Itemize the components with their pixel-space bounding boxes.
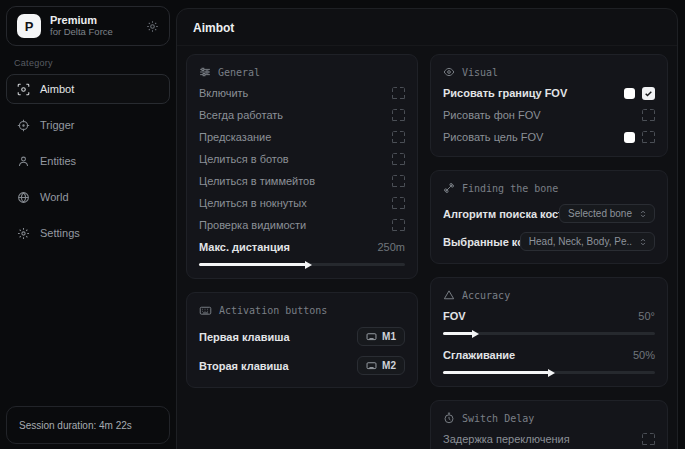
smoothing-slider-label-row: Сглаживание 50%: [443, 348, 655, 362]
selected-bones-row: Выбранные кости Head, Neck, Body, Pe..: [443, 232, 655, 251]
general-card-title: General: [199, 66, 405, 78]
switch-delay-card: Switch Delay Задержка переключения Задер…: [430, 400, 668, 449]
gear-icon[interactable]: [146, 20, 159, 33]
crosshair-scan-icon: [17, 83, 30, 96]
smoothing-label: Сглаживание: [443, 349, 625, 361]
app-window: P Premium for Delta Force Category: [0, 0, 685, 449]
bone-icon: [443, 182, 455, 194]
slider-thumb[interactable]: [548, 369, 555, 377]
switch-delay-toggle-label: Задержка переключения: [443, 433, 642, 445]
bone-algorithm-select[interactable]: Selected bone: [559, 204, 655, 223]
bone-algorithm-value: Selected bone: [568, 208, 632, 219]
brand-card: P Premium for Delta Force: [6, 6, 170, 46]
smoothing-slider[interactable]: [443, 371, 655, 374]
accuracy-card: Accuracy FOV 50° Сглаживание 50%: [430, 277, 668, 387]
second-key-label: Вторая клавиша: [199, 360, 357, 372]
fov-border-checkbox[interactable]: [642, 87, 655, 100]
brand-text: Premium for Delta Force: [50, 14, 137, 38]
fov-border-color-swatch[interactable]: [624, 88, 635, 99]
visual-card: Visual Рисовать границу FOV Рисовать фон…: [430, 54, 668, 157]
entities-icon: [17, 155, 30, 168]
activation-buttons-card: Activation buttons Первая клавиша M1: [186, 292, 418, 388]
activation-card-title: Activation buttons: [199, 304, 405, 317]
check-label: Предсказание: [199, 131, 392, 143]
session-duration-card: Session duration: 4m 22s: [6, 406, 170, 444]
right-column: Visual Рисовать границу FOV Рисовать фон…: [430, 54, 668, 449]
check-label: Целиться в нокнутых: [199, 197, 392, 209]
max-distance-value: 250m: [377, 241, 405, 253]
prediction-checkbox[interactable]: [392, 131, 405, 144]
check-label: Целиться в тиммейтов: [199, 175, 392, 187]
visual-row: Рисовать цель FOV: [443, 130, 655, 144]
fov-background-label: Рисовать фон FOV: [443, 109, 642, 121]
general-card: General Включить Всегда работать Предска…: [186, 54, 418, 279]
left-column: General Включить Всегда работать Предска…: [186, 54, 418, 449]
keyboard-icon: [366, 331, 377, 342]
enable-checkbox[interactable]: [392, 87, 405, 100]
fov-background-checkbox[interactable]: [642, 109, 655, 122]
fov-border-label: Рисовать границу FOV: [443, 87, 624, 99]
page-title: Aimbot: [193, 21, 661, 35]
bone-algorithm-label: Алгоритм поиска костей: [443, 208, 559, 220]
first-key-button[interactable]: M1: [357, 327, 405, 346]
slider-thumb[interactable]: [472, 330, 479, 338]
check-row: Целиться в нокнутых: [199, 196, 405, 210]
bone-algorithm-row: Алгоритм поиска костей Selected bone: [443, 204, 655, 223]
max-distance-label: Макс. дистанция: [199, 241, 369, 253]
eye-icon: [443, 66, 455, 78]
check-row: Целиться в тиммейтов: [199, 174, 405, 188]
always-work-checkbox[interactable]: [392, 109, 405, 122]
content-columns: General Включить Всегда работать Предска…: [177, 46, 677, 449]
max-distance-slider[interactable]: [199, 263, 405, 266]
slider-label-row: Макс. дистанция 250m: [199, 240, 405, 254]
trigger-crosshair-icon: [17, 119, 30, 132]
accuracy-card-title: Accuracy: [443, 289, 655, 301]
smoothing-value: 50%: [633, 349, 655, 361]
check-row: Всегда работать: [199, 108, 405, 122]
sidebar-nav: Aimbot Trigger: [0, 74, 176, 248]
fov-target-label: Рисовать цель FOV: [443, 131, 624, 143]
bone-card-title: Finding the bone: [443, 182, 655, 194]
sliders-icon: [199, 66, 211, 78]
main-panel: Aimbot G: [176, 8, 678, 449]
first-key-value: M1: [382, 331, 396, 342]
unfold-icon: [638, 209, 648, 219]
check-row: Предсказание: [199, 130, 405, 144]
first-key-label: Первая клавиша: [199, 331, 357, 343]
keybind-row: Первая клавиша M1: [199, 327, 405, 346]
selected-bones-select[interactable]: Head, Neck, Body, Pe..: [520, 232, 655, 251]
fov-target-color-swatch[interactable]: [624, 132, 635, 143]
brand-title: Premium: [50, 14, 137, 27]
unfold-icon: [638, 237, 648, 247]
target-teammates-checkbox[interactable]: [392, 175, 405, 188]
fov-slider[interactable]: [443, 332, 655, 335]
check-row: Целиться в ботов: [199, 152, 405, 166]
keyboard-icon: [366, 360, 377, 371]
sidebar-item-settings[interactable]: Settings: [6, 218, 170, 248]
sidebar-item-label: Trigger: [40, 119, 74, 131]
second-key-button[interactable]: M2: [357, 356, 405, 375]
sidebar-item-aimbot[interactable]: Aimbot: [6, 74, 170, 104]
sidebar-item-entities[interactable]: Entities: [6, 146, 170, 176]
check-label: Проверка видимости: [199, 219, 392, 231]
slider-thumb[interactable]: [305, 261, 312, 269]
check-label: Всегда работать: [199, 109, 392, 121]
check-row: Включить: [199, 86, 405, 100]
fov-label: FOV: [443, 310, 630, 322]
settings-gear-icon: [17, 227, 30, 240]
visibility-check-checkbox[interactable]: [392, 219, 405, 232]
triangle-icon: [443, 289, 455, 301]
switch-delay-checkbox[interactable]: [642, 433, 655, 446]
sidebar-item-world[interactable]: World: [6, 182, 170, 212]
target-bots-checkbox[interactable]: [392, 153, 405, 166]
main-header: Aimbot: [177, 9, 677, 46]
sidebar-item-label: Settings: [40, 227, 80, 239]
fov-target-checkbox[interactable]: [642, 131, 655, 144]
check-label: Включить: [199, 87, 392, 99]
visual-row: Рисовать границу FOV: [443, 86, 655, 100]
target-knocked-checkbox[interactable]: [392, 197, 405, 210]
sidebar-item-trigger[interactable]: Trigger: [6, 110, 170, 140]
check-label: Целиться в ботов: [199, 153, 392, 165]
brand-logo: P: [17, 14, 41, 38]
sidebar-item-label: World: [40, 191, 69, 203]
